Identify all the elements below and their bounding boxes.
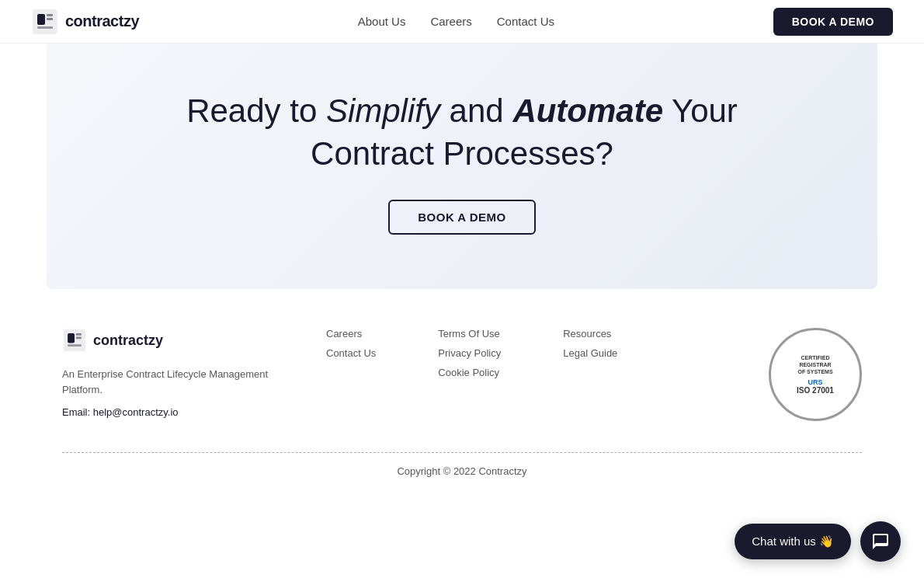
hero-and: and bbox=[440, 92, 512, 129]
chat-icon bbox=[871, 532, 890, 551]
nav-contact[interactable]: Contact Us bbox=[497, 15, 554, 28]
footer-resources-link[interactable]: Resources bbox=[563, 328, 617, 340]
footer-links: Careers Contact Us Terms Of Use Privacy … bbox=[326, 328, 722, 386]
svg-rect-9 bbox=[68, 345, 82, 347]
footer-bottom: Copyright © 2022 Contractzy bbox=[62, 465, 862, 489]
svg-rect-4 bbox=[37, 26, 53, 29]
hero-line2: Contract Processes? bbox=[311, 135, 613, 172]
svg-rect-8 bbox=[76, 337, 82, 340]
footer-privacy-link[interactable]: Privacy Policy bbox=[438, 347, 501, 359]
footer-main: contractzy An Enterprise Contract Lifecy… bbox=[62, 328, 862, 421]
footer-careers-link[interactable]: Careers bbox=[326, 328, 376, 340]
cert-text-line1: CERTIFIEDREGISTRAROF SYSTEMS bbox=[797, 354, 832, 375]
svg-rect-3 bbox=[47, 18, 53, 20]
footer-col-1: Careers Contact Us bbox=[326, 328, 376, 386]
svg-rect-6 bbox=[68, 333, 75, 343]
chat-open-button[interactable] bbox=[860, 521, 901, 562]
footer-col-3: Resources Legal Guide bbox=[563, 328, 617, 386]
cert-logo: URS bbox=[808, 378, 822, 386]
hero-section: Ready to Simplify and Automate Your Cont… bbox=[47, 44, 877, 289]
logo-text: contractzy bbox=[65, 12, 139, 30]
nav-about[interactable]: About Us bbox=[358, 15, 406, 28]
site-header: contractzy About Us Careers Contact Us B… bbox=[0, 0, 924, 44]
email-value[interactable]: help@contractzy.io bbox=[93, 406, 179, 418]
footer-description: An Enterprise Contract Lifecycle Managem… bbox=[62, 367, 280, 397]
footer-legal-link[interactable]: Legal Guide bbox=[563, 347, 617, 359]
footer-terms-link[interactable]: Terms Of Use bbox=[438, 328, 501, 340]
hero-heading: Ready to Simplify and Automate Your Cont… bbox=[171, 90, 753, 175]
footer-col-2: Terms Of Use Privacy Policy Cookie Polic… bbox=[438, 328, 501, 386]
logo-icon bbox=[31, 8, 59, 36]
footer-divider bbox=[62, 452, 862, 453]
footer-cookie-link[interactable]: Cookie Policy bbox=[438, 367, 501, 378]
hero-prefix: Ready to bbox=[186, 92, 326, 129]
chat-label: Chat with us 👋 bbox=[752, 535, 834, 548]
svg-rect-1 bbox=[37, 14, 45, 25]
nav-careers[interactable]: Careers bbox=[430, 15, 471, 28]
footer-cert: CERTIFIEDREGISTRAROF SYSTEMS URS ISO 270… bbox=[769, 328, 862, 421]
site-footer: contractzy An Enterprise Contract Lifecy… bbox=[0, 289, 924, 505]
footer-logo-icon bbox=[62, 328, 87, 353]
chat-widget[interactable]: Chat with us 👋 bbox=[735, 521, 901, 562]
book-demo-header-button[interactable]: BOOK A DEMO bbox=[773, 8, 893, 36]
cert-iso: ISO 27001 bbox=[797, 386, 834, 395]
footer-logo: contractzy bbox=[62, 328, 280, 353]
logo[interactable]: contractzy bbox=[31, 8, 139, 36]
chat-bubble[interactable]: Chat with us 👋 bbox=[735, 524, 851, 559]
email-label: Email: bbox=[62, 406, 93, 418]
hero-automate: Automate bbox=[512, 92, 663, 129]
footer-email: Email: help@contractzy.io bbox=[62, 406, 280, 418]
book-demo-hero-button[interactable]: BOOK A DEMO bbox=[388, 200, 536, 235]
footer-contact-link[interactable]: Contact Us bbox=[326, 347, 376, 359]
footer-brand: contractzy An Enterprise Contract Lifecy… bbox=[62, 328, 280, 418]
copyright-text: Copyright © 2022 Contractzy bbox=[397, 465, 526, 477]
svg-rect-2 bbox=[47, 14, 53, 16]
svg-rect-7 bbox=[76, 333, 82, 336]
main-nav: About Us Careers Contact Us bbox=[358, 15, 554, 28]
hero-suffix: Your bbox=[663, 92, 738, 129]
hero-simplify: Simplify bbox=[326, 92, 440, 129]
cert-badge: CERTIFIEDREGISTRAROF SYSTEMS URS ISO 270… bbox=[769, 328, 862, 421]
footer-brand-name: contractzy bbox=[93, 333, 163, 349]
